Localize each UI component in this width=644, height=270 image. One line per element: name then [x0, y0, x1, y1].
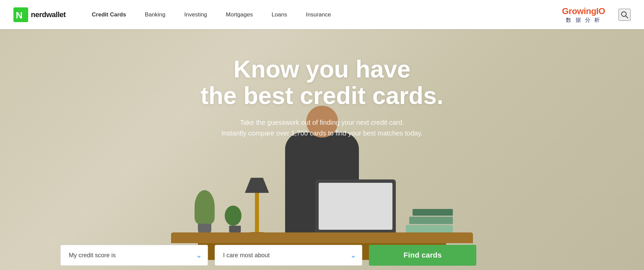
- lamp-decoration: [255, 190, 259, 233]
- logo-text: nerdwallet: [31, 10, 66, 19]
- search-icon: [621, 11, 628, 18]
- nav-item-insurance[interactable]: Insurance: [297, 0, 340, 29]
- hero-subtitle-line1: Take the guesswork out of finding your n…: [240, 119, 404, 126]
- svg-text:N: N: [16, 10, 22, 20]
- hero-content: Know you have the best credit cards. Tak…: [0, 56, 644, 139]
- growing-io-subtitle: 数 据 分 析: [562, 17, 605, 23]
- header-right: GrowingIO 数 据 分 析: [562, 6, 631, 23]
- nav-item-credit-cards[interactable]: Credit Cards: [83, 0, 136, 29]
- care-about-wrapper: I care most about Cash back Travel rewar…: [215, 245, 362, 266]
- small-plant: [225, 206, 245, 233]
- nerdwallet-logo-icon: N: [13, 7, 28, 22]
- nav-item-mortgages[interactable]: Mortgages: [216, 0, 262, 29]
- books-decoration: [406, 209, 453, 233]
- growing-io-title: GrowingIO: [562, 6, 605, 16]
- hero-title-line2: the best credit cards.: [201, 82, 443, 109]
- hero-title: Know you have the best credit cards.: [0, 56, 644, 109]
- logo[interactable]: N nerdwallet: [13, 7, 66, 22]
- laptop-prop: [315, 179, 396, 233]
- growing-io-title-part2: IO: [596, 6, 605, 16]
- header: N nerdwallet Credit Cards Banking Invest…: [0, 0, 644, 29]
- nav-item-loans[interactable]: Loans: [262, 0, 297, 29]
- plant-decoration: [191, 190, 218, 233]
- hero-subtitle: Take the guesswork out of finding your n…: [0, 117, 644, 139]
- svg-line-3: [626, 16, 628, 18]
- search-button[interactable]: [619, 9, 631, 21]
- growing-io-badge: GrowingIO 数 据 分 析: [562, 6, 605, 23]
- hero-subtitle-line2: Instantly compare over 1,700 cards to fi…: [221, 129, 423, 137]
- hero-section: Know you have the best credit cards. Tak…: [0, 29, 644, 270]
- growing-io-title-part1: Growing: [562, 6, 596, 16]
- nav-item-investing[interactable]: Investing: [175, 0, 216, 29]
- hero-title-line1: Know you have: [233, 56, 411, 83]
- nav-item-banking[interactable]: Banking: [136, 0, 175, 29]
- credit-score-wrapper: My credit score is Excellent (720+) Good…: [60, 245, 208, 266]
- main-nav: Credit Cards Banking Investing Mortgages…: [83, 0, 562, 29]
- care-about-select[interactable]: I care most about Cash back Travel rewar…: [215, 245, 362, 266]
- find-cards-button[interactable]: Find cards: [369, 245, 476, 266]
- credit-score-select[interactable]: My credit score is Excellent (720+) Good…: [60, 245, 208, 266]
- bottom-bar: My credit score is Excellent (720+) Good…: [0, 240, 644, 270]
